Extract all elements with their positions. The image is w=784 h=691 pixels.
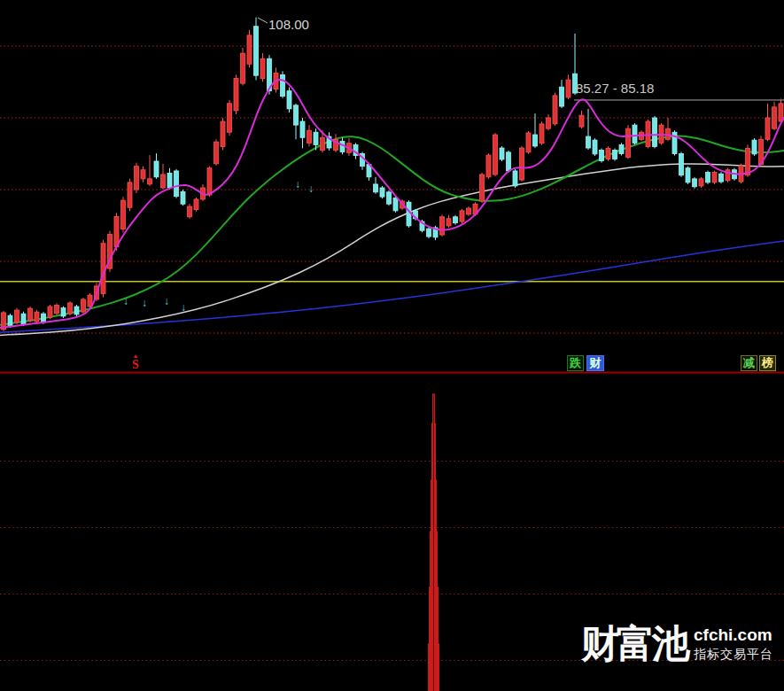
- candle-down: [619, 144, 624, 153]
- down-arrow-marker: ↓: [308, 182, 314, 195]
- candle-up: [539, 124, 544, 144]
- candle-down: [380, 188, 384, 197]
- candle-up: [188, 206, 192, 217]
- candle-up: [566, 80, 571, 97]
- candle-up: [28, 308, 33, 321]
- candle-up: [207, 168, 212, 195]
- candle-down: [679, 154, 684, 175]
- ma-long-blue-line: [0, 241, 784, 332]
- candle-down: [175, 171, 179, 197]
- candle-up: [161, 175, 166, 188]
- candle-down: [181, 191, 185, 204]
- candle-up: [55, 305, 59, 313]
- candle-up: [141, 170, 145, 179]
- candle-down: [407, 202, 411, 226]
- candle-up: [480, 175, 485, 201]
- candle-up: [15, 310, 19, 322]
- candle-down: [154, 161, 159, 177]
- candle-down: [500, 148, 504, 159]
- candle-up: [446, 219, 451, 226]
- ma-fast-magenta-line: [0, 80, 784, 328]
- candle-down: [719, 174, 724, 182]
- signal-s-marker: ▲ S: [129, 353, 142, 371]
- candle-down: [374, 184, 378, 192]
- candle-down: [686, 168, 690, 182]
- candle-down: [254, 27, 259, 75]
- candle-down: [167, 173, 172, 188]
- down-arrow-marker: ↓: [164, 295, 169, 307]
- candle-down: [300, 121, 305, 137]
- candle-up: [712, 173, 717, 182]
- candle-up: [68, 303, 73, 314]
- candle-down: [42, 314, 46, 322]
- candle-down: [74, 307, 79, 314]
- down-arrow-marker: ↓: [123, 295, 128, 307]
- candle-down: [314, 132, 318, 144]
- signal-spike-step: [433, 394, 435, 691]
- candle-up: [260, 58, 265, 78]
- indicator-tag-jian: 减: [741, 355, 757, 371]
- indicator-tag-cai: 财: [586, 355, 604, 371]
- candle-down: [281, 74, 285, 96]
- annotation-tick: [258, 18, 268, 23]
- candle-up: [148, 179, 152, 184]
- candle-down: [593, 140, 597, 154]
- candle-up: [48, 307, 52, 317]
- candle-up: [321, 137, 325, 150]
- candle-down: [8, 315, 12, 326]
- candle-up: [579, 115, 584, 127]
- watermark-logo-text: 财富池: [581, 618, 687, 670]
- ma-slow-white-line: [0, 164, 784, 335]
- candle-up: [646, 121, 650, 146]
- candle-down: [21, 314, 26, 324]
- candle-up: [606, 148, 610, 159]
- candle-up: [526, 133, 531, 152]
- candle-down: [387, 192, 392, 204]
- candle-up: [486, 155, 491, 177]
- peak-price-annotation: 108.00: [268, 17, 309, 32]
- candle-down: [513, 171, 517, 186]
- candle-up: [214, 142, 219, 164]
- candle-up: [234, 78, 238, 110]
- candle-up: [520, 148, 524, 180]
- candle-up: [221, 121, 225, 146]
- candle-down: [454, 217, 458, 223]
- candle-up: [440, 217, 445, 235]
- candle-up: [553, 96, 557, 124]
- candle-up: [467, 208, 471, 214]
- candle-up: [547, 118, 551, 128]
- candle-up: [460, 211, 464, 221]
- candle-down: [600, 150, 604, 160]
- candle-down: [752, 140, 757, 154]
- watermark: 财富池 cfchi.com 指标交易平台: [581, 618, 773, 670]
- candle-up: [135, 167, 139, 190]
- candle-down: [61, 308, 66, 316]
- candle-up: [241, 53, 245, 83]
- candle-down: [586, 136, 591, 148]
- down-arrow-marker: ↓: [295, 178, 300, 190]
- candle-down: [613, 150, 617, 159]
- candle-up: [247, 35, 252, 64]
- candlestick-chart-canvas[interactable]: ↓↓↓↓↓↓: [0, 0, 784, 691]
- down-arrow-marker: ↓: [181, 301, 186, 314]
- candle-up: [765, 118, 770, 139]
- candle-down: [633, 125, 637, 143]
- candle-down: [294, 105, 299, 125]
- candle-up: [228, 104, 232, 132]
- indicator-tag-bang: 榜: [759, 355, 776, 371]
- stock-chart-screen: ↓↓↓↓↓↓ 108.00 85.27 - 85.18 ▲ S 跌 财 减 榜 …: [0, 0, 784, 691]
- candle-up: [194, 199, 198, 210]
- candle-down: [533, 135, 538, 146]
- candle-up: [121, 200, 126, 229]
- candle-up: [128, 182, 132, 207]
- candle-down: [706, 173, 710, 182]
- watermark-url: cfchi.com: [694, 625, 773, 645]
- watermark-subtitle: 指标交易平台: [694, 647, 773, 663]
- candle-up: [35, 312, 39, 322]
- candle-up: [82, 299, 86, 312]
- candle-down: [427, 229, 431, 237]
- candle-up: [626, 128, 631, 157]
- candle-down: [393, 198, 398, 211]
- candle-down: [507, 152, 511, 171]
- down-arrow-marker: ↓: [142, 297, 147, 309]
